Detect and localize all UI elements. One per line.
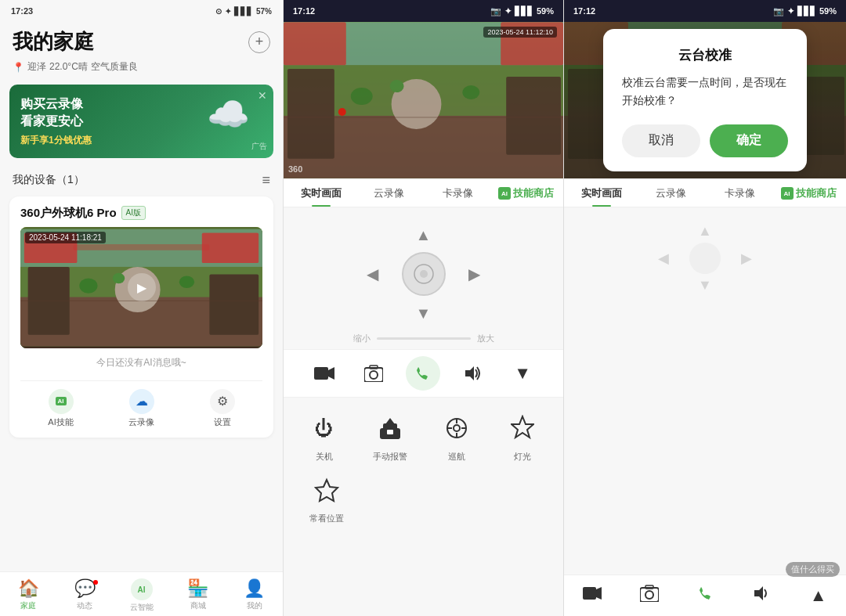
tab3-ai-content: AI 技能商店 [774,186,843,200]
activity-wrap: 💬 [74,578,96,599]
ai-skill-icon: AI [49,389,74,414]
nav-home[interactable]: 🏠 家庭 [0,578,56,613]
activity-nav-icon: 💬 [74,578,96,598]
svg-rect-35 [383,423,397,430]
svg-point-23 [390,80,404,92]
svg-marker-55 [596,587,602,600]
pan-left-button[interactable]: ◀ [361,262,385,286]
nav-profile[interactable]: 👤 我的 [226,578,283,613]
dialog-body: 校准云台需要一点时间，是否现在开始校准？ [622,74,788,109]
time-3: 17:12 [573,6,595,16]
nav-shop[interactable]: 🏪 商城 [170,578,226,613]
pan-down-button[interactable]: ▼ [412,301,436,325]
device-thumbnail[interactable]: 2023-05-24 11:18:21 ▶ [20,227,262,348]
dimmed-joystick: ▲ ▼ ◀ ▶ [658,223,752,294]
ad-banner[interactable]: 购买云录像 看家更安心 新手享1分钱优惠 ☁️ 广告 ✕ [9,85,273,158]
home-nav-icon: 🏠 [18,578,39,599]
video-record-button[interactable] [307,356,342,391]
dialog-cancel-button[interactable]: 取消 [622,124,700,157]
svg-rect-16 [506,77,561,155]
device-card: 360户外球机6 Pro AI版 [9,196,273,438]
tab3-live[interactable]: 实时画面 [567,178,636,207]
location-icon: 📍 [13,62,24,73]
power-label: 关机 [316,451,333,463]
svg-point-21 [351,88,373,105]
volume-button[interactable] [456,356,490,391]
svg-point-9 [79,278,97,293]
ai-tab3-icon: AI [781,187,794,200]
ai-nav-icon: AI [131,578,153,600]
pan-up-button[interactable]: ▲ [412,223,436,247]
p3-video-icon[interactable] [573,582,611,609]
svg-rect-37 [387,430,393,434]
camera-tabs-3: 实时画面 云录像 卡录像 AI 技能商店 [564,178,846,207]
more-options-button[interactable]: ▼ [505,356,540,391]
cloud-video-icon: ☁ [129,389,154,414]
tab3-cloud-video[interactable]: 云录像 [636,178,705,207]
device-settings-button[interactable]: ⚙ 设置 [182,389,262,428]
alarm-button[interactable]: 手动报警 [371,409,410,463]
calibration-dialog: 云台校准 校准云台需要一点时间，是否现在开始校准？ 取消 确定 [603,29,807,171]
dialog-confirm-button[interactable]: 确定 [710,124,788,157]
nav-ai[interactable]: AI 云智能 [113,578,169,613]
svg-point-25 [338,108,346,116]
home-title: 我的家庭 [13,28,94,56]
location-text: 迎泽 [27,60,46,74]
svg-marker-59 [754,586,763,600]
dialog-overlay: 云台校准 校准云台需要一点时间，是否现在开始校准？ 取消 确定 [564,22,846,178]
ai-version-badge: AI版 [121,206,146,220]
p3-camera-icon[interactable] [631,582,668,610]
settings-icon: ⚙ [210,389,235,414]
power-icon: ⏻ [305,409,344,448]
zoom-in-label: 放大 [477,333,494,344]
status-bar-3: 17:12 📷 ✦ ▋▋▋ 59% [564,0,846,22]
light-button[interactable]: 灯光 [503,409,542,463]
svg-rect-54 [583,587,596,600]
tab-live[interactable]: 实时画面 [287,178,355,207]
favorite-label: 常看位置 [309,513,344,524]
svg-point-22 [462,85,479,99]
p3-up-arrow-icon[interactable]: ▲ [801,582,837,609]
devices-menu-icon[interactable]: ≡ [262,172,270,189]
pan-right-button[interactable]: ▶ [463,262,486,286]
light-icon [503,409,542,448]
cam-icon-3: 📷 [773,6,784,16]
tab-card-video[interactable]: 卡录像 [424,178,492,207]
ai-skill-button[interactable]: AI AI技能 [20,389,101,428]
banner-cloud-icon: ☁️ [207,94,250,135]
panel3-main-area: ▲ ▼ ◀ ▶ [564,207,846,575]
device-timestamp: 2023-05-24 11:18:21 [25,232,106,243]
tab-cloud-video[interactable]: 云录像 [355,178,423,207]
call-button[interactable] [406,356,440,391]
zoom-control-row: 缩小 放大 [353,333,494,344]
snapshot-button[interactable] [356,356,391,391]
status-right-2: 📷 ✦ ▋▋▋ 59% [490,6,554,16]
svg-point-57 [645,591,653,599]
device-actions: AI AI技能 ☁ 云录像 ⚙ 设置 [20,380,262,428]
status-right-1: ⊙ ✦ ▋▋▋ 57% [215,7,272,16]
add-device-button[interactable]: + [248,31,270,53]
nav-activity[interactable]: 💬 动态 [56,578,113,613]
tab3-card-video[interactable]: 卡录像 [705,178,774,207]
camera-live-view-3: 云台校准 校准云台需要一点时间，是否现在开始校准？ 取消 确定 [564,22,846,178]
p3-volume-icon[interactable] [743,582,781,610]
patrol-button[interactable]: 巡航 [437,409,476,463]
battery-1: 57% [256,7,272,16]
banner-close-button[interactable]: ✕ [258,89,267,102]
camera-brand-logo: 360 [288,164,302,174]
banner-promo: 新手享1分钱优惠 [20,134,262,147]
p3-call-icon[interactable] [688,582,724,610]
camera-live-view[interactable]: 2023-05-24 11:12:10 360 [284,22,563,178]
power-button[interactable]: ⏻ 关机 [305,409,344,463]
play-button[interactable]: ▶ [128,273,156,301]
cloud-video-button[interactable]: ☁ 云录像 [101,389,182,428]
svg-rect-56 [640,588,659,602]
device-name: 360户外球机6 Pro [20,206,117,221]
joystick-center[interactable] [402,252,446,296]
panel-dialog: 17:12 📷 ✦ ▋▋▋ 59% 云台校准 校准云台需要一点时间，是否现在开始… [564,0,846,616]
panel3-bottom-bar: ▲ [564,575,846,616]
home-nav-label: 家庭 [20,600,36,611]
favorite-position-button[interactable]: 常看位置 [307,470,346,524]
tab3-ai-shop[interactable]: AI 技能商店 [774,178,843,207]
tab-ai-shop[interactable]: AI 技能商店 [492,178,560,207]
